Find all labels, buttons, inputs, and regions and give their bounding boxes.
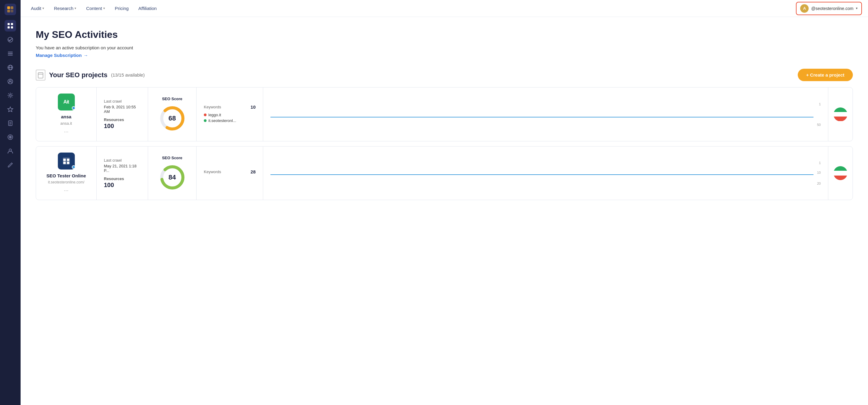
crawl-label-seo-tester: Last crawl (104, 158, 141, 163)
user-menu-button[interactable]: A @seotesteronline.com ▾ (796, 2, 862, 15)
projects-title-area: Your SEO projects (13/15 available) (36, 70, 145, 80)
italy-flag-ansa (834, 107, 847, 122)
project-card-seo-tester: SEO Tester Online it.seotesteronline.com… (36, 146, 853, 200)
resources-value-ansa: 100 (104, 123, 141, 130)
projects-title: Your SEO projects (49, 71, 107, 79)
seo-score-section-ansa: SEO Score 68 (148, 88, 196, 141)
chart-mid-seo-tester: 10 (817, 171, 821, 174)
edit-icon[interactable] (4, 159, 16, 171)
keywords-header-ansa: Keywords 10 (204, 104, 256, 109)
user-email-label: @seotesteronline.com (811, 6, 854, 11)
report-icon[interactable] (4, 117, 16, 129)
project-info-ansa: Ait ansa ansa.it ··· (36, 88, 97, 141)
flag-section-ansa (828, 88, 852, 141)
keyword-dot-seotester (204, 119, 207, 122)
svg-rect-9 (8, 52, 13, 53)
project-name-ansa: ansa (61, 114, 71, 119)
svg-rect-1 (10, 6, 13, 9)
seo-score-section-seo-tester: SEO Score 84 (148, 146, 196, 200)
svg-point-17 (9, 95, 11, 96)
crawl-label-ansa: Last crawl (104, 99, 141, 103)
nav-pricing[interactable]: Pricing (111, 3, 133, 13)
analytics-icon[interactable] (4, 90, 16, 101)
resources-label-seo-tester: Resources (104, 176, 141, 181)
projects-folder-icon (36, 70, 45, 80)
seo-score-label-ansa: SEO Score (162, 97, 182, 101)
svg-rect-0 (7, 6, 10, 9)
svg-rect-11 (8, 55, 13, 56)
chart-min-ansa: 50 (817, 123, 821, 127)
svg-rect-10 (8, 53, 13, 54)
app-logo[interactable] (4, 4, 16, 15)
svg-rect-4 (7, 23, 10, 25)
keyword-item-leggo: leggo.it (204, 112, 256, 117)
svg-rect-3 (10, 10, 13, 12)
manage-subscription-link[interactable]: Manage Subscription → (36, 53, 88, 58)
seo-score-label-seo-tester: SEO Score (162, 156, 182, 160)
user-menu-chevron-icon: ▾ (856, 6, 858, 10)
svg-rect-33 (67, 159, 69, 161)
project-url-ansa: ansa.it (60, 121, 72, 126)
keywords-count-ansa: 10 (250, 104, 256, 109)
chart-line-seo-tester (271, 174, 813, 175)
nav-research[interactable]: Research ▾ (50, 3, 81, 13)
nav-affiliation[interactable]: Affiliation (134, 3, 161, 13)
project-info-seo-tester: SEO Tester Online it.seotesteronline.com… (36, 146, 97, 200)
project-url-seo-tester: it.seotesteronline.com/ (48, 180, 84, 184)
create-project-button[interactable]: + Create a project (798, 69, 853, 81)
page-title: My SEO Activities (36, 29, 853, 40)
nav-right-area: A @seotesteronline.com ▾ (796, 2, 862, 15)
chart-line-ansa (271, 117, 813, 117)
user-icon[interactable] (4, 145, 16, 157)
crawl-date-seo-tester: May 21, 2021 1:18 P... (104, 164, 141, 173)
seo-score-value-seo-tester: 84 (168, 173, 176, 181)
flag-section-seo-tester (828, 146, 852, 200)
seo-score-donut-ansa: 68 (159, 105, 186, 132)
top-navigation: Audit ▾ Research ▾ Content ▾ Pricing Aff… (21, 0, 868, 17)
dashboard-icon[interactable] (4, 20, 16, 32)
crawl-date-ansa: Feb 9, 2021 10:55 AM (104, 105, 141, 114)
project-card-ansa: Ait ansa ansa.it ··· Last crawl Feb 9, 2… (36, 87, 853, 141)
chart-section-ansa: 1 50 (263, 88, 828, 141)
globe-icon[interactable] (4, 62, 16, 73)
keywords-label-ansa: Keywords (204, 105, 221, 109)
svg-rect-35 (67, 162, 69, 164)
svg-rect-2 (7, 10, 10, 12)
seo-score-value-ansa: 68 (168, 114, 176, 122)
online-indicator-seo-tester (72, 165, 75, 169)
star-icon[interactable] (4, 103, 16, 115)
project-name-seo-tester: SEO Tester Online (46, 173, 86, 178)
project-menu-seo-tester[interactable]: ··· (64, 188, 68, 194)
project-menu-ansa[interactable]: ··· (64, 129, 68, 135)
svg-marker-18 (8, 107, 13, 112)
keywords-section-seo-tester: Keywords 28 (196, 146, 263, 200)
subscription-status-text: You have an active subscription on your … (36, 45, 853, 50)
chart-top-seo-tester: 1 (819, 161, 821, 165)
keyword-dot-leggo (204, 113, 207, 116)
svg-rect-27 (38, 73, 43, 78)
chart-bottom-seo-tester: 20 (817, 181, 821, 185)
projects-header: Your SEO projects (13/15 available) + Cr… (36, 69, 853, 81)
keywords-section-ansa: Keywords 10 leggo.it it.seotesteronl... (196, 88, 263, 141)
target-icon[interactable] (4, 131, 16, 143)
project-logo-container-seo-tester (58, 153, 75, 169)
chart-section-seo-tester: 1 10 20 (263, 146, 828, 200)
resources-label-ansa: Resources (104, 117, 141, 122)
nav-audit[interactable]: Audit ▾ (27, 3, 49, 13)
nav-content[interactable]: Content ▾ (82, 3, 109, 13)
keywords-header-seo-tester: Keywords 28 (204, 169, 256, 174)
audit-chevron-icon: ▾ (42, 6, 44, 10)
list-icon[interactable] (4, 48, 16, 59)
svg-point-16 (9, 80, 11, 82)
keywords-count-seo-tester: 28 (250, 169, 256, 174)
svg-rect-34 (63, 162, 66, 164)
checkmark-icon[interactable] (4, 34, 16, 45)
main-content: My SEO Activities You have an active sub… (21, 17, 868, 405)
online-indicator-ansa (72, 106, 75, 110)
svg-point-25 (10, 137, 11, 138)
svg-rect-5 (11, 23, 13, 25)
person-circle-icon[interactable] (4, 76, 16, 87)
crawl-info-ansa: Last crawl Feb 9, 2021 10:55 AM Resource… (97, 88, 148, 141)
resources-value-seo-tester: 100 (104, 181, 141, 189)
seo-score-donut-seo-tester: 84 (159, 164, 186, 191)
